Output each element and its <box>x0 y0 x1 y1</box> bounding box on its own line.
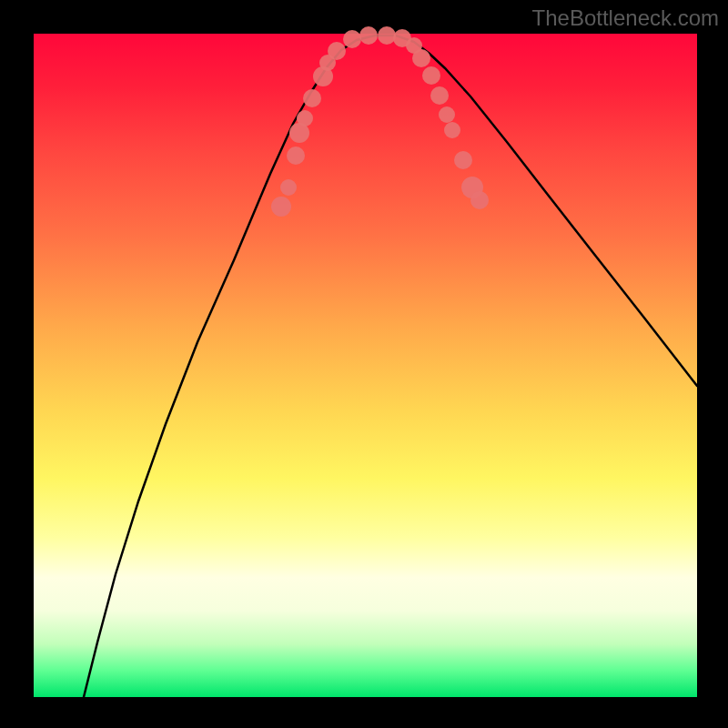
watermark-text: TheBottleneck.com <box>532 5 719 31</box>
scatter-dot <box>297 110 313 126</box>
scatter-dot <box>280 179 297 196</box>
scatter-dot <box>343 30 361 48</box>
chart-svg <box>34 34 697 697</box>
scatter-dot <box>287 147 305 165</box>
scatter-dot <box>470 191 489 209</box>
v-curve <box>84 35 697 697</box>
scatter-dot <box>271 197 291 217</box>
scatter-dot <box>412 49 430 67</box>
scatter-dot <box>430 86 449 105</box>
scatter-dot <box>444 122 460 138</box>
scatter-dot <box>359 26 378 45</box>
scatter-dot <box>303 89 321 107</box>
scatter-dot <box>328 42 346 60</box>
scatter-dot <box>378 26 396 45</box>
scatter-dot <box>422 66 440 85</box>
scatter-dot <box>454 151 472 169</box>
scatter-dot <box>439 106 455 123</box>
scatter-dots <box>271 26 489 217</box>
